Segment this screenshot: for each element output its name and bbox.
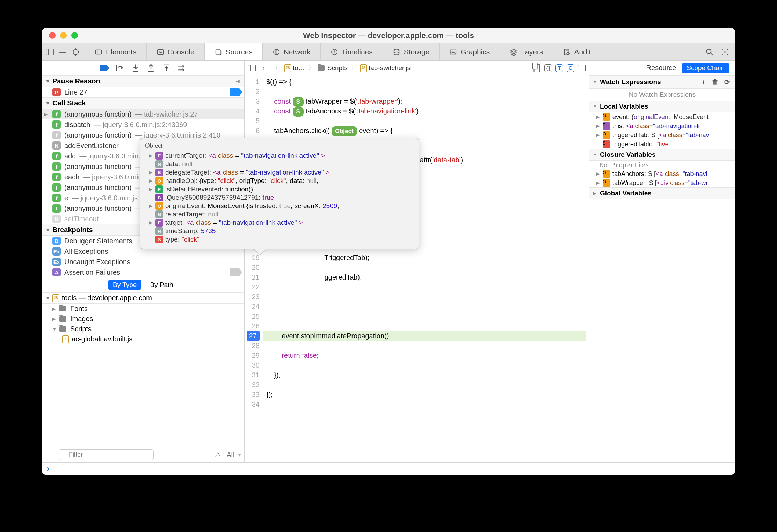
breadcrumb-project[interactable]: JSto…: [284, 64, 305, 72]
step-into-button[interactable]: [131, 64, 140, 73]
add-breakpoint-button[interactable]: +: [45, 450, 55, 459]
right-sidebar: ▼Watch Expressions+🗑⟳ No Watch Expressio…: [589, 75, 735, 462]
nav-back-button[interactable]: ‹: [259, 64, 268, 73]
toggle-navigator-icon[interactable]: [248, 65, 256, 71]
goto-icon[interactable]: ➜: [235, 77, 241, 85]
object-popover: Object ▶EcurrentTarget: <a class="tab-na…: [140, 138, 419, 249]
tab-layers[interactable]: Layers: [500, 43, 553, 60]
callstack-frame[interactable]: fdispatch — jquery-3.6.0.min.js:2:43069: [42, 119, 244, 130]
scope-variable[interactable]: ▶OtriggeredTab: S [<a class="tab-nav: [589, 131, 735, 140]
resume-button[interactable]: [100, 64, 109, 73]
call-stack-header[interactable]: ▼Call Stack: [42, 97, 244, 109]
pretty-print-icon[interactable]: {}: [544, 64, 552, 72]
breakpoint-item[interactable]: ExUncaught Exceptions: [42, 257, 244, 267]
scope-variable[interactable]: ▶OtabAnchors: S [<a class="tab-navi: [589, 169, 735, 178]
tree-folder[interactable]: ▼Scripts: [42, 324, 244, 334]
nav-forward-button[interactable]: ›: [272, 64, 281, 73]
tab-timelines[interactable]: Timelines: [321, 43, 383, 60]
filter-all-toggle[interactable]: All: [227, 451, 234, 459]
popover-property[interactable]: NtimeStamp: 5735: [145, 227, 414, 235]
main-content: ▼Pause Reason➜ PLine 27 ▼Call Stack ▸f(a…: [42, 75, 735, 462]
tab-network[interactable]: Network: [263, 43, 321, 60]
resource-toggle[interactable]: Resource: [646, 64, 676, 72]
toggle-details-icon[interactable]: [578, 65, 586, 71]
toggle-bottom-panel-icon[interactable]: [59, 49, 66, 55]
tree-folder[interactable]: ▶Images: [42, 314, 244, 324]
js-file-icon: JS: [62, 335, 69, 343]
popover-property[interactable]: ▶EdelegateTarget: <a class="tab-navigati…: [145, 168, 414, 177]
panel-toggles: [42, 43, 85, 60]
scope-variable[interactable]: ▶Ethis: <a class="tab-navigation-li: [589, 121, 735, 131]
refresh-watch-icon[interactable]: ⟳: [722, 77, 732, 87]
tab-graphics[interactable]: Graphics: [440, 43, 500, 60]
warning-icon[interactable]: ⚠: [213, 450, 223, 459]
coverage-badge-C[interactable]: C: [567, 64, 574, 72]
tab-sources[interactable]: Sources: [205, 43, 263, 60]
global-vars-header[interactable]: ▶Global Variables: [589, 187, 735, 199]
titlebar: Web Inspector — developer.apple.com — to…: [42, 28, 735, 43]
breakpoint-item[interactable]: AAssertion Failures: [42, 267, 244, 278]
tab-console[interactable]: Console: [147, 43, 205, 60]
local-vars-header[interactable]: ▼Local Variables: [589, 101, 735, 112]
minimize-window-button[interactable]: [60, 32, 67, 39]
popover-property[interactable]: Stype: "click": [145, 235, 414, 244]
by-type-button[interactable]: By Type: [108, 280, 141, 290]
scope-variable[interactable]: StriggeredTabId: "five": [589, 140, 735, 149]
pause-reason-header[interactable]: ▼Pause Reason➜: [42, 75, 244, 87]
popover-property[interactable]: ▶OoriginalEvent: MouseEvent {isTrusted: …: [145, 202, 414, 210]
frame-type-icon: f: [52, 152, 61, 160]
step-out-button[interactable]: [146, 64, 155, 73]
scope-chain-button[interactable]: Scope Chain: [682, 63, 729, 73]
popover-property[interactable]: ▶OhandleObj: {type: "click", origType: "…: [145, 177, 414, 185]
type-icon: E: [603, 122, 610, 130]
tab-elements[interactable]: Elements: [85, 43, 147, 60]
scope-variable[interactable]: ▶Oevent: {originalEvent: MouseEvent: [589, 112, 735, 121]
tree-file[interactable]: JSac-globalnav.built.js: [42, 334, 244, 344]
frame-type-icon: f: [52, 162, 61, 171]
console-strip[interactable]: ›: [42, 462, 735, 475]
closure-vars-header[interactable]: ▼Closure Variables: [589, 149, 735, 161]
popover-property[interactable]: ▶EcurrentTarget: <a class="tab-navigatio…: [145, 152, 414, 160]
popover-property[interactable]: NrelatedTarget: null: [145, 210, 414, 219]
breadcrumb-folder[interactable]: Scripts: [318, 64, 348, 72]
clipboard-icon[interactable]: [532, 64, 541, 73]
clear-watch-icon[interactable]: 🗑: [711, 77, 720, 87]
watch-header[interactable]: ▼Watch Expressions+🗑⟳: [589, 75, 735, 89]
popover-property[interactable]: Ndata: null: [145, 160, 414, 168]
close-window-button[interactable]: [49, 32, 56, 39]
type-icon: E: [155, 219, 163, 227]
step-over-button[interactable]: [116, 64, 125, 73]
continue-to-button[interactable]: [177, 64, 186, 73]
breakpoint-type-icon: A: [52, 268, 61, 276]
source-editor[interactable]: 1234567891011121314151617181920212223242…: [245, 75, 589, 462]
svg-point-10: [724, 51, 726, 53]
type-icon: O: [155, 177, 163, 185]
toggle-left-panel-icon[interactable]: [46, 49, 54, 55]
inspector-window: Web Inspector — developer.apple.com — to…: [42, 28, 735, 475]
popover-property[interactable]: ▶FisDefaultPrevented: function(): [145, 185, 414, 193]
search-icon[interactable]: [705, 47, 714, 57]
code-area[interactable]: $(() => { const S tabWrapper = $('.tab-w…: [263, 75, 589, 462]
target-picker-icon[interactable]: [71, 47, 80, 57]
frame-type-icon: f: [52, 204, 61, 213]
line-gutter[interactable]: 1234567891011121314151617181920212223242…: [245, 75, 263, 462]
step-button[interactable]: [162, 64, 171, 73]
callstack-frame[interactable]: ▸f(anonymous function) — tab-switcher.js…: [42, 109, 244, 119]
pause-line-row[interactable]: PLine 27: [42, 87, 244, 97]
by-path-button[interactable]: By Path: [145, 280, 178, 290]
popover-property[interactable]: ▶Etarget: <a class="tab-navigation-link …: [145, 219, 414, 227]
tree-folder[interactable]: ▶Fonts: [42, 304, 244, 314]
filter-input[interactable]: [59, 449, 154, 460]
settings-gear-icon[interactable]: [720, 47, 729, 57]
zoom-window-button[interactable]: [71, 32, 78, 39]
popover-property[interactable]: BjQuery36008924375739412791: true: [145, 193, 414, 202]
add-watch-icon[interactable]: +: [699, 77, 708, 87]
tree-root[interactable]: ▼JStools — developer.apple.com: [42, 292, 244, 304]
breakpoint-view-toggle: By Type By Path: [42, 278, 244, 292]
breadcrumb-file[interactable]: JStab-switcher.js: [360, 64, 411, 72]
scope-variable[interactable]: ▶OtabWrapper: S [<div class="tab-wr: [589, 178, 735, 187]
frame-type-icon: f: [52, 110, 61, 118]
type-badge-T[interactable]: T: [555, 64, 563, 72]
tab-storage[interactable]: Storage: [383, 43, 440, 60]
tab-audit[interactable]: Audit: [553, 43, 601, 60]
